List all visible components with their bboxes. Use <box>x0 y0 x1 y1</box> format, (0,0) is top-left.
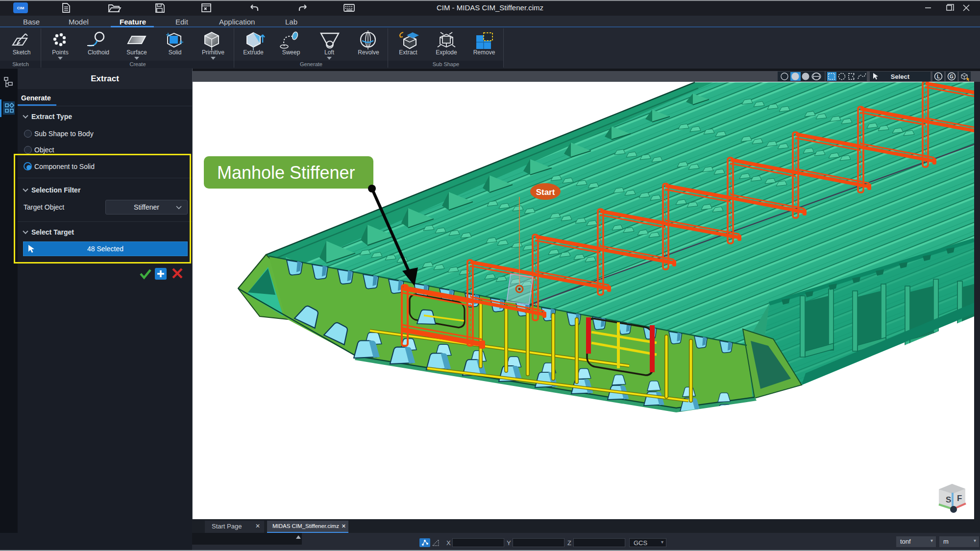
svg-text:S: S <box>946 495 951 504</box>
svg-text:L: L <box>937 74 940 79</box>
svg-text:F: F <box>957 494 962 503</box>
svg-text:Select: Select <box>891 73 910 80</box>
svg-text:G: G <box>950 74 954 79</box>
svg-text:Start: Start <box>536 188 555 197</box>
svg-text:Manhole Stiffener: Manhole Stiffener <box>217 163 355 183</box>
